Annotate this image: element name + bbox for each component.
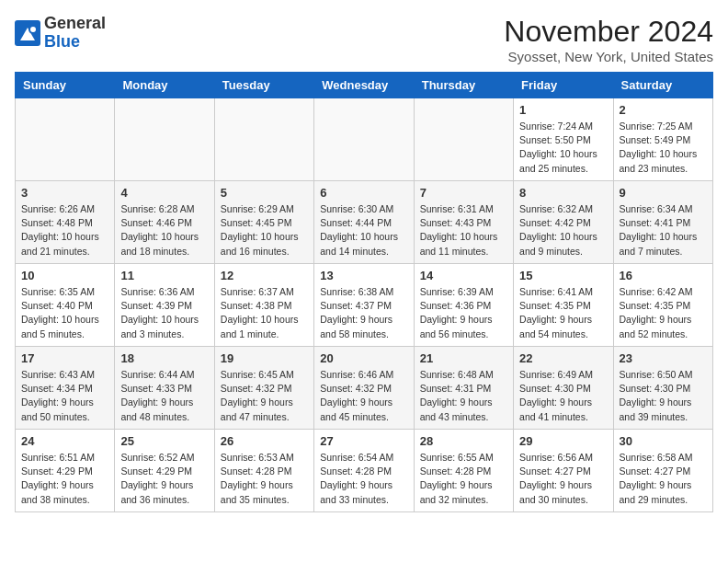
day-info: Sunrise: 6:55 AMSunset: 4:28 PMDaylight:… <box>420 451 507 507</box>
calendar-cell: 28Sunrise: 6:55 AMSunset: 4:28 PMDayligh… <box>414 430 513 512</box>
day-info: Sunrise: 7:24 AMSunset: 5:50 PMDaylight:… <box>519 120 607 176</box>
calendar-cell: 15Sunrise: 6:41 AMSunset: 4:35 PMDayligh… <box>514 264 613 347</box>
day-info: Sunrise: 6:44 AMSunset: 4:33 PMDaylight:… <box>120 368 208 424</box>
weekday-header-sunday: Sunday <box>16 73 115 98</box>
weekday-header-monday: Monday <box>115 73 214 98</box>
calendar-cell: 23Sunrise: 6:50 AMSunset: 4:30 PMDayligh… <box>613 347 712 430</box>
day-info: Sunrise: 6:58 AMSunset: 4:27 PMDaylight:… <box>620 451 707 507</box>
calendar-cell: 25Sunrise: 6:52 AMSunset: 4:29 PMDayligh… <box>115 430 214 512</box>
day-number: 12 <box>221 269 308 282</box>
calendar-cell: 24Sunrise: 6:51 AMSunset: 4:29 PMDayligh… <box>16 430 115 512</box>
day-info: Sunrise: 6:37 AMSunset: 4:38 PMDaylight:… <box>221 285 308 341</box>
weekday-header-row: SundayMondayTuesdayWednesdayThursdayFrid… <box>16 73 713 98</box>
day-number: 8 <box>519 186 607 200</box>
day-number: 25 <box>120 434 208 448</box>
calendar-cell: 16Sunrise: 6:42 AMSunset: 4:35 PMDayligh… <box>613 264 712 347</box>
day-info: Sunrise: 6:32 AMSunset: 4:42 PMDaylight:… <box>519 202 607 259</box>
logo-text: General Blue <box>44 15 106 52</box>
day-info: Sunrise: 6:39 AMSunset: 4:36 PMDaylight:… <box>420 285 507 341</box>
day-info: Sunrise: 6:34 AMSunset: 4:41 PMDaylight:… <box>620 202 707 259</box>
calendar-cell: 19Sunrise: 6:45 AMSunset: 4:32 PMDayligh… <box>214 347 313 430</box>
calendar-cell: 12Sunrise: 6:37 AMSunset: 4:38 PMDayligh… <box>214 264 313 347</box>
calendar-cell: 27Sunrise: 6:54 AMSunset: 4:28 PMDayligh… <box>314 430 414 512</box>
calendar-cell <box>214 98 313 181</box>
day-info: Sunrise: 6:38 AMSunset: 4:37 PMDaylight:… <box>320 285 407 341</box>
day-info: Sunrise: 6:54 AMSunset: 4:28 PMDaylight:… <box>320 451 407 507</box>
day-info: Sunrise: 6:26 AMSunset: 4:48 PMDaylight:… <box>21 202 108 259</box>
day-number: 14 <box>420 269 507 282</box>
day-number: 29 <box>519 434 607 448</box>
day-number: 2 <box>620 103 707 117</box>
day-info: Sunrise: 6:42 AMSunset: 4:35 PMDaylight:… <box>620 285 707 341</box>
day-info: Sunrise: 6:46 AMSunset: 4:32 PMDaylight:… <box>320 368 407 424</box>
weekday-header-thursday: Thursday <box>414 73 513 98</box>
logo: General Blue <box>15 15 106 52</box>
calendar-cell: 14Sunrise: 6:39 AMSunset: 4:36 PMDayligh… <box>414 264 513 347</box>
day-number: 10 <box>21 269 108 282</box>
calendar-cell: 9Sunrise: 6:34 AMSunset: 4:41 PMDaylight… <box>613 181 712 264</box>
weekday-header-tuesday: Tuesday <box>214 73 313 98</box>
calendar-cell: 26Sunrise: 6:53 AMSunset: 4:28 PMDayligh… <box>214 430 313 512</box>
calendar-week-2: 3Sunrise: 6:26 AMSunset: 4:48 PMDaylight… <box>16 181 713 264</box>
day-number: 30 <box>620 434 707 448</box>
calendar-week-5: 24Sunrise: 6:51 AMSunset: 4:29 PMDayligh… <box>16 430 713 512</box>
day-info: Sunrise: 6:45 AMSunset: 4:32 PMDaylight:… <box>221 368 308 424</box>
day-number: 26 <box>221 434 308 448</box>
calendar-cell: 3Sunrise: 6:26 AMSunset: 4:48 PMDaylight… <box>16 181 115 264</box>
day-number: 11 <box>120 269 208 282</box>
day-number: 18 <box>120 351 208 365</box>
calendar-cell: 18Sunrise: 6:44 AMSunset: 4:33 PMDayligh… <box>115 347 214 430</box>
day-info: Sunrise: 6:41 AMSunset: 4:35 PMDaylight:… <box>519 285 607 341</box>
day-info: Sunrise: 7:25 AMSunset: 5:49 PMDaylight:… <box>620 120 707 176</box>
day-number: 7 <box>420 186 507 200</box>
day-info: Sunrise: 6:28 AMSunset: 4:46 PMDaylight:… <box>120 202 208 259</box>
svg-point-3 <box>30 27 36 32</box>
day-info: Sunrise: 6:30 AMSunset: 4:44 PMDaylight:… <box>320 202 407 259</box>
calendar-cell: 5Sunrise: 6:29 AMSunset: 4:45 PMDaylight… <box>214 181 313 264</box>
day-number: 27 <box>320 434 407 448</box>
day-info: Sunrise: 6:31 AMSunset: 4:43 PMDaylight:… <box>420 202 507 259</box>
day-number: 9 <box>620 186 707 200</box>
day-number: 3 <box>21 186 108 200</box>
day-info: Sunrise: 6:43 AMSunset: 4:34 PMDaylight:… <box>21 368 108 424</box>
calendar-cell: 10Sunrise: 6:35 AMSunset: 4:40 PMDayligh… <box>16 264 115 347</box>
calendar-week-3: 10Sunrise: 6:35 AMSunset: 4:40 PMDayligh… <box>16 264 713 347</box>
day-number: 6 <box>320 186 407 200</box>
day-number: 24 <box>21 434 108 448</box>
day-number: 23 <box>620 351 707 365</box>
day-info: Sunrise: 6:35 AMSunset: 4:40 PMDaylight:… <box>21 285 108 341</box>
day-info: Sunrise: 6:36 AMSunset: 4:39 PMDaylight:… <box>120 285 208 341</box>
day-number: 13 <box>320 269 407 282</box>
calendar-cell: 1Sunrise: 7:24 AMSunset: 5:50 PMDaylight… <box>514 98 613 181</box>
day-number: 28 <box>420 434 507 448</box>
day-info: Sunrise: 6:48 AMSunset: 4:31 PMDaylight:… <box>420 368 507 424</box>
calendar-cell: 2Sunrise: 7:25 AMSunset: 5:49 PMDaylight… <box>613 98 712 181</box>
calendar-cell: 11Sunrise: 6:36 AMSunset: 4:39 PMDayligh… <box>115 264 214 347</box>
day-number: 22 <box>519 351 607 365</box>
calendar-cell <box>414 98 513 181</box>
weekday-header-wednesday: Wednesday <box>314 73 414 98</box>
day-number: 15 <box>519 269 607 282</box>
day-info: Sunrise: 6:53 AMSunset: 4:28 PMDaylight:… <box>221 451 308 507</box>
day-number: 4 <box>120 186 208 200</box>
calendar-cell: 4Sunrise: 6:28 AMSunset: 4:46 PMDaylight… <box>115 181 214 264</box>
calendar-cell: 7Sunrise: 6:31 AMSunset: 4:43 PMDaylight… <box>414 181 513 264</box>
page-header: General Blue November 2024 Syosset, New … <box>15 15 713 64</box>
day-number: 20 <box>320 351 407 365</box>
logo-icon <box>15 20 40 46</box>
day-info: Sunrise: 6:51 AMSunset: 4:29 PMDaylight:… <box>21 451 108 507</box>
day-number: 16 <box>620 269 707 282</box>
calendar-cell: 17Sunrise: 6:43 AMSunset: 4:34 PMDayligh… <box>16 347 115 430</box>
day-number: 17 <box>21 351 108 365</box>
calendar-cell: 21Sunrise: 6:48 AMSunset: 4:31 PMDayligh… <box>414 347 513 430</box>
calendar-cell: 8Sunrise: 6:32 AMSunset: 4:42 PMDaylight… <box>514 181 613 264</box>
calendar-cell <box>16 98 115 181</box>
day-info: Sunrise: 6:50 AMSunset: 4:30 PMDaylight:… <box>620 368 707 424</box>
day-number: 5 <box>221 186 308 200</box>
title-block: November 2024 Syosset, New York, United … <box>504 15 713 64</box>
day-number: 21 <box>420 351 507 365</box>
day-number: 19 <box>221 351 308 365</box>
month-title: November 2024 <box>504 15 713 49</box>
calendar-cell: 6Sunrise: 6:30 AMSunset: 4:44 PMDaylight… <box>314 181 414 264</box>
calendar-cell: 30Sunrise: 6:58 AMSunset: 4:27 PMDayligh… <box>613 430 712 512</box>
